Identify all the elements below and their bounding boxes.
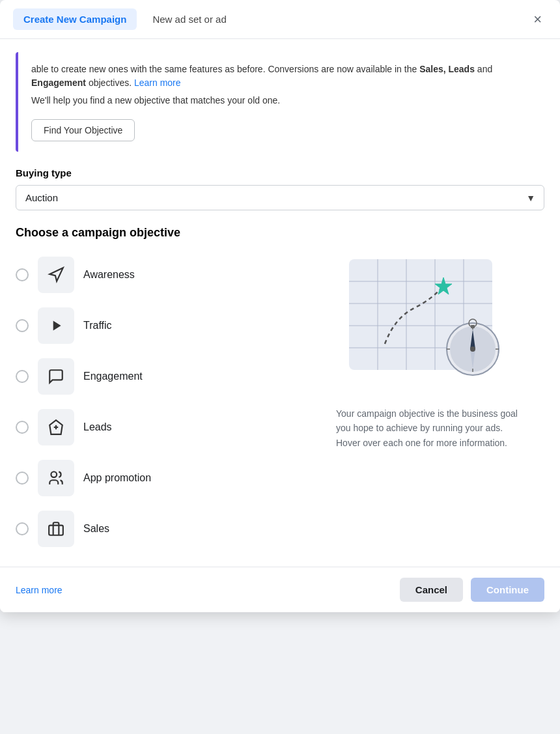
objective-item-leads[interactable]: Leads <box>16 405 320 449</box>
buying-type-select[interactable]: Auction Reach and Frequency TRP Buying <box>16 185 544 210</box>
svg-rect-4 <box>49 526 63 535</box>
close-button[interactable]: × <box>528 10 547 29</box>
objective-label-leads: Leads <box>83 421 112 433</box>
objectives-container: Awareness Traffic <box>16 253 544 551</box>
banner-bold-engagement: Engagement <box>31 78 86 88</box>
buying-type-label: Buying type <box>16 167 544 178</box>
tab-new-ad-set[interactable]: New ad set or ad <box>142 8 236 30</box>
objective-label-awareness: Awareness <box>83 269 135 281</box>
objective-item-app-promotion[interactable]: App promotion <box>16 456 320 500</box>
svg-rect-25 <box>471 325 475 328</box>
app-promotion-icon <box>38 460 74 496</box>
choose-objective-title: Choose a campaign objective <box>16 226 544 240</box>
objective-item-awareness[interactable]: Awareness <box>16 253 320 297</box>
modal-footer: Learn more Cancel Continue <box>0 567 560 612</box>
sales-icon <box>38 511 74 547</box>
modal-header: Create New Campaign New ad set or ad × <box>0 0 560 39</box>
objective-description-text: Your campaign objective is the business … <box>336 406 525 450</box>
find-objective-button[interactable]: Find Your Objective <box>31 119 135 141</box>
buying-type-section: Buying type Auction Reach and Frequency … <box>16 167 544 210</box>
footer-actions: Cancel Continue <box>400 578 544 602</box>
objective-radio-sales[interactable] <box>16 522 29 535</box>
info-banner: able to create new ones with the same fe… <box>16 52 544 152</box>
objective-item-engagement[interactable]: Engagement <box>16 354 320 399</box>
objective-radio-engagement[interactable] <box>16 370 29 383</box>
right-panel: Your campaign objective is the business … <box>336 253 544 551</box>
svg-point-3 <box>51 472 57 477</box>
objective-label-sales: Sales <box>83 523 109 535</box>
compass-illustration <box>336 253 525 396</box>
objective-item-traffic[interactable]: Traffic <box>16 303 320 348</box>
banner-mid: and <box>477 64 492 74</box>
banner-suffix: objectives. <box>89 78 134 88</box>
footer-learn-more-button[interactable]: Learn more <box>16 585 63 595</box>
cancel-button[interactable]: Cancel <box>400 578 463 602</box>
awareness-icon <box>38 257 74 293</box>
leads-icon <box>38 409 74 445</box>
objectives-list: Awareness Traffic <box>16 253 320 551</box>
banner-bold-sales: Sales, Leads <box>419 64 475 74</box>
tab-create-campaign[interactable]: Create New Campaign <box>13 8 137 30</box>
buying-type-select-wrapper: Auction Reach and Frequency TRP Buying ▼ <box>16 185 544 210</box>
continue-button[interactable]: Continue <box>471 578 544 602</box>
banner-line1: able to create new ones with the same fe… <box>31 63 531 90</box>
banner-learn-more-link[interactable]: Learn more <box>134 78 181 88</box>
banner-line2: We'll help you find a new objective that… <box>31 94 531 107</box>
objective-label-engagement: Engagement <box>83 371 143 382</box>
objective-item-sales[interactable]: Sales <box>16 507 320 551</box>
banner-prefix: able to create new ones with the same fe… <box>31 64 419 74</box>
objective-label-traffic: Traffic <box>83 320 112 332</box>
objective-radio-app-promotion[interactable] <box>16 472 29 485</box>
engagement-icon <box>38 358 74 395</box>
objective-radio-traffic[interactable] <box>16 319 29 332</box>
objective-radio-leads[interactable] <box>16 421 29 434</box>
objective-label-app-promotion: App promotion <box>83 472 151 484</box>
create-campaign-modal: Create New Campaign New ad set or ad × a… <box>0 0 560 612</box>
svg-point-19 <box>470 346 475 352</box>
traffic-icon <box>38 307 74 344</box>
modal-body: able to create new ones with the same fe… <box>0 39 560 567</box>
objective-radio-awareness[interactable] <box>16 268 29 281</box>
